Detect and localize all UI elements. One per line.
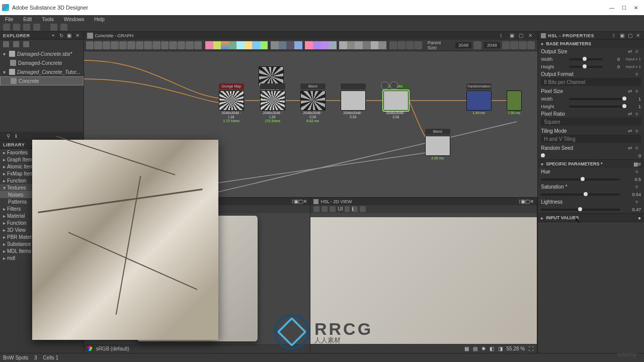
palette-17[interactable] xyxy=(339,41,347,49)
explorer-add-icon[interactable]: + xyxy=(50,33,56,39)
section-grid-icon[interactable]: ▦ xyxy=(633,161,638,167)
palette-13[interactable] xyxy=(305,41,313,49)
menu-tools[interactable]: Tools xyxy=(37,17,58,22)
dup-panel-icon[interactable]: ▣ xyxy=(619,33,625,39)
info-node-icon[interactable] xyxy=(111,41,119,49)
link-a-icon[interactable]: ⇄ xyxy=(628,128,633,134)
close-panel-icon[interactable]: ✕ xyxy=(530,199,534,204)
section-specific-header[interactable]: ▾ SPECIFIC PARAMETERS * ▦ ≡ xyxy=(538,160,644,168)
max-panel-icon[interactable]: ▢ xyxy=(298,199,303,204)
tree-pkg-tutor[interactable]: ▾ Damaged_Concrete_Tutor... xyxy=(0,67,84,76)
search-node-icon[interactable] xyxy=(119,41,127,49)
saturation-value[interactable]: 0.54 xyxy=(623,192,641,197)
explorer-tool-a-icon[interactable] xyxy=(3,41,9,47)
hue-value[interactable]: 0.5 xyxy=(623,177,641,182)
tree-pkg-damaged-concrete[interactable]: ▾ Damaged-Concrete.sbs* xyxy=(0,49,84,58)
node-blend-b[interactable]: Blend 2.05 ms xyxy=(425,136,450,160)
hue-slider[interactable] xyxy=(541,178,620,180)
dot-a-icon[interactable] xyxy=(389,41,397,49)
grid-a-icon[interactable]: ▦ xyxy=(464,346,469,351)
render-a-icon[interactable] xyxy=(510,41,518,49)
view2d-tool-a-icon[interactable] xyxy=(313,206,319,212)
new-icon[interactable] xyxy=(3,24,10,31)
group-icon[interactable] xyxy=(169,41,177,49)
width-slider[interactable] xyxy=(569,58,603,60)
explorer-collapse-icon[interactable]: ▣ xyxy=(66,33,72,39)
undo-icon[interactable] xyxy=(50,24,57,31)
seed-knob[interactable] xyxy=(541,155,545,157)
cursor-icon[interactable] xyxy=(414,41,422,49)
height-value[interactable]: 0 xyxy=(606,64,620,69)
menu-help[interactable]: Help xyxy=(89,17,110,22)
tree-graph-concrete[interactable]: Concrete xyxy=(0,76,84,85)
lightness-slider[interactable] xyxy=(541,209,620,211)
info-icon[interactable]: ℹ xyxy=(13,133,19,139)
palette-2[interactable] xyxy=(213,41,221,49)
view2d-info-icon[interactable]: ℹ xyxy=(352,206,358,212)
grid-c-icon[interactable] xyxy=(152,41,160,49)
open-icon[interactable] xyxy=(13,24,20,31)
section-menu-icon[interactable]: ≡ xyxy=(638,161,641,167)
menu-icon[interactable]: ≡ xyxy=(635,199,641,205)
reference-image[interactable] xyxy=(32,140,218,340)
pixel-ratio-dropdown[interactable]: Square xyxy=(541,118,641,126)
view2d-tool-b-icon[interactable] xyxy=(321,206,328,212)
dot-c-icon[interactable] xyxy=(406,41,414,49)
grid-a-icon[interactable] xyxy=(136,41,144,49)
palette-1[interactable] xyxy=(205,41,213,49)
node-transform[interactable]: Transformation 1.49 ms xyxy=(466,90,492,115)
colorspace-label[interactable]: sRGB (default) xyxy=(96,346,129,351)
grid-b-icon[interactable] xyxy=(144,41,152,49)
palette-10[interactable] xyxy=(279,41,287,49)
view2d-ui-label[interactable]: UI xyxy=(338,206,343,212)
node-blend[interactable]: Blend 2048x2048 · C18 6.82 ms xyxy=(300,90,326,123)
link-a-icon[interactable]: ⇄ xyxy=(628,145,633,151)
menu-edit[interactable]: Edit xyxy=(18,17,37,22)
palette-7[interactable] xyxy=(252,41,260,49)
close-panel-icon[interactable]: ✕ xyxy=(303,199,307,204)
node-noise-a[interactable]: 2048x2048 · L18 172.54ms xyxy=(260,90,285,123)
pin-panel-icon[interactable]: ⟟ xyxy=(611,33,617,39)
output-format-dropdown[interactable]: 8 Bits per Channel xyxy=(541,78,641,86)
palette-18[interactable] xyxy=(347,41,355,49)
close-button[interactable]: ✕ xyxy=(630,3,642,13)
link-a-icon[interactable]: ⇄ xyxy=(628,88,633,94)
tree-arrow-icon[interactable]: ▾ xyxy=(3,69,7,75)
menu-file[interactable]: File xyxy=(0,17,18,22)
max-panel-icon[interactable]: ▢ xyxy=(525,199,530,204)
ps-width-value[interactable]: 1 xyxy=(627,97,641,102)
node-automix[interactable]: Auto Mix 2048x2048 · C18 xyxy=(383,90,409,119)
link-size-icon[interactable] xyxy=(473,41,481,49)
explorer-tool-c-icon[interactable] xyxy=(23,41,29,47)
pin-icon[interactable]: ⚲ xyxy=(5,133,11,139)
tree-arrow-icon[interactable]: ▾ xyxy=(3,51,7,57)
render-c-icon[interactable] xyxy=(527,41,535,49)
palette-12[interactable] xyxy=(294,41,302,49)
ps-height-value[interactable]: 1 xyxy=(627,104,641,109)
dup-panel-icon[interactable]: ▣ xyxy=(521,199,525,204)
grid-d-icon[interactable]: ◧ xyxy=(490,346,494,351)
frame-b-icon[interactable] xyxy=(186,41,194,49)
dup-panel-icon[interactable]: ▣ xyxy=(294,199,298,204)
explorer-close-icon[interactable]: ✕ xyxy=(74,33,80,39)
width-value[interactable]: 0 xyxy=(606,57,620,62)
minimize-button[interactable]: — xyxy=(606,3,618,13)
seed-value[interactable]: 0 xyxy=(627,153,641,158)
max-panel-icon[interactable]: ▢ xyxy=(627,33,633,39)
section-dot-icon[interactable]: ● xyxy=(638,215,641,221)
render-b-icon[interactable] xyxy=(519,41,527,49)
parent-size-b[interactable]: 2048 xyxy=(484,42,500,48)
dup-panel-icon[interactable]: ▣ xyxy=(510,33,516,39)
palette-11[interactable] xyxy=(286,41,294,49)
link-a-icon[interactable]: ⇄ xyxy=(628,111,633,117)
explorer-refresh-icon[interactable]: ↻ xyxy=(58,33,64,39)
palette-15[interactable] xyxy=(320,41,329,49)
palette-22[interactable] xyxy=(378,41,386,49)
fit-icon[interactable] xyxy=(86,41,94,49)
save-icon[interactable] xyxy=(23,24,30,31)
palette-9[interactable] xyxy=(271,41,279,49)
ps-height-slider[interactable] xyxy=(569,106,624,108)
section-base-header[interactable]: ▾ BASE PARAMETERS xyxy=(538,40,644,48)
palette-19[interactable] xyxy=(355,41,363,49)
node-grunge[interactable]: Grunge Map 002 2048x2048 · L18 1.72 54ms xyxy=(219,90,244,123)
